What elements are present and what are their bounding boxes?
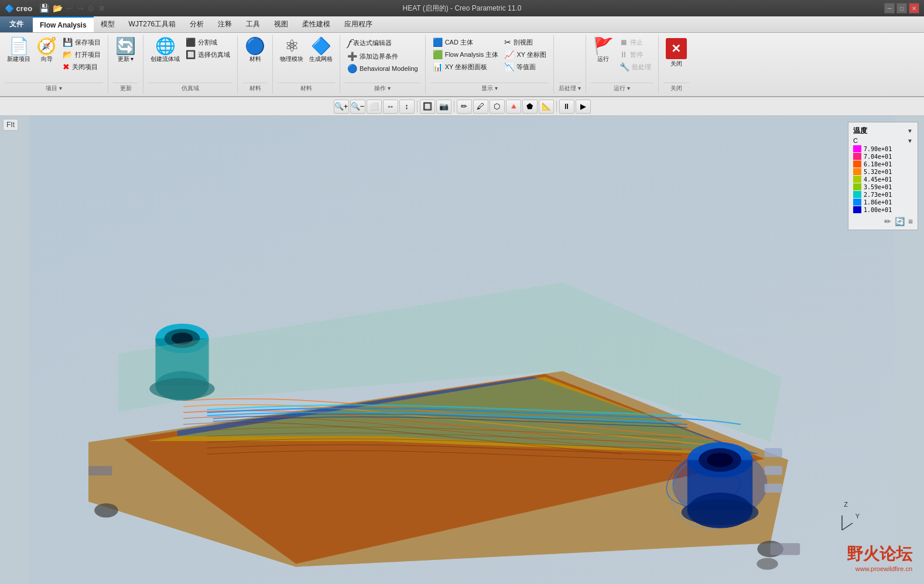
legend-color-swatch <box>853 168 861 175</box>
creo-logo: 🔷 creo <box>5 4 32 13</box>
ribbon-btn-pause[interactable]: ⏸ 暂停 <box>617 49 653 60</box>
ribbon-btn-split-zone[interactable]: ⬛ 分割域 <box>183 36 232 48</box>
ribbon-group-simzone-label: 仿真域 <box>148 83 232 93</box>
menu-view[interactable]: 视图 <box>267 16 295 32</box>
qat-settings[interactable]: ⚙ <box>86 4 96 13</box>
run-icon: 🚩 <box>593 38 614 54</box>
tb-diamond[interactable]: ⬟ <box>522 100 538 114</box>
ribbon-btn-select-simzone[interactable]: 🔲 选择仿真域 <box>183 49 232 60</box>
menu-flexible[interactable]: 柔性建模 <box>295 16 337 32</box>
ribbon-group-operations-items: 𝑓 表达式编辑器 ➕ 添加边界条件 🔵 Behavioral Modeling <box>345 36 420 83</box>
ribbon-group-project-label: 项目 ▾ <box>5 83 103 93</box>
ribbon-group-run-items: 🚩 运行 ⏹ 停止 ⏸ 暂停 🔧 批处理 <box>591 36 653 83</box>
qat-undo[interactable]: ↩ <box>65 4 74 13</box>
xy-plot-label: XY 坐标图 <box>516 50 546 59</box>
tb-frame[interactable]: 🔲 <box>420 100 435 114</box>
ribbon-btn-add-bc[interactable]: ➕ 添加边界条件 <box>345 50 420 62</box>
ribbon-group-materials-label: 材料 <box>242 83 268 93</box>
tb-zoom-fit[interactable]: ⬜ <box>367 100 382 114</box>
menu-annotate[interactable]: 注释 <box>211 16 239 32</box>
ribbon-btn-close-project[interactable]: ✖ 关闭项目 <box>60 61 103 73</box>
menu-wjt276[interactable]: WJT276工具箱 <box>122 16 183 32</box>
legend-unit-dropdown[interactable]: ▼ <box>907 138 913 144</box>
ribbon-btn-cad-body[interactable]: 🟦 CAD 主体 <box>430 36 501 48</box>
window-controls[interactable]: ─ □ ✕ <box>884 3 919 13</box>
split-zone-label: 分割域 <box>198 38 217 47</box>
ribbon-btn-save-project[interactable]: 💾 保存项目 <box>60 36 103 48</box>
legend-refresh-icon[interactable]: 🔄 <box>895 217 905 226</box>
qat-save[interactable]: 💾 <box>38 4 50 13</box>
menu-apps[interactable]: 应用程序 <box>337 16 379 32</box>
guide-label: 向导 <box>41 56 53 63</box>
ribbon-btn-isosurface[interactable]: 📉 等值面 <box>502 61 549 73</box>
tb-pan-left[interactable]: ↔ <box>383 100 398 114</box>
cad-body-icon: 🟦 <box>433 37 443 47</box>
tb-pan-right[interactable]: ↕ <box>399 100 415 114</box>
xy-plot-icon: 📈 <box>504 50 514 59</box>
ribbon-btn-xy-plot[interactable]: 📈 XY 坐标图 <box>502 49 549 60</box>
ribbon-btn-open-project[interactable]: 📂 打开项目 <box>60 49 103 60</box>
ribbon-btn-create-fluid[interactable]: 🌐 创建流体域 <box>148 36 182 64</box>
legend-color-swatch <box>853 199 861 206</box>
legend-row: 6.18e+01 <box>853 160 913 168</box>
ribbon-btn-run[interactable]: 🚩 运行 <box>591 36 616 64</box>
legend-row: 2.73e+01 <box>853 191 913 198</box>
materials-icon: 🔵 <box>245 38 265 54</box>
tb-ruler[interactable]: 📐 <box>539 100 554 114</box>
ribbon-btn-expr-editor[interactable]: 𝑓 表达式编辑器 <box>345 36 420 50</box>
legend-icons: ✏ 🔄 ≡ <box>853 217 913 226</box>
ribbon-btn-update[interactable]: 🔄 更新 ▾ <box>113 36 138 64</box>
ribbon-btn-physics[interactable]: ⚛ 物理模块 <box>278 36 306 64</box>
ribbon-btn-close[interactable]: ✕ 关闭 <box>663 36 689 69</box>
viewport[interactable]: 温度 ▼ C ▼ 7.90e+01 7.04e+01 6.18e+01 5.32… <box>0 116 924 584</box>
legend-value-text: 3.59e+01 <box>864 184 892 190</box>
close-label: 关闭 <box>670 60 682 67</box>
minimize-button[interactable]: ─ <box>884 3 895 13</box>
ribbon-btn-batch[interactable]: 🔧 批处理 <box>617 61 653 73</box>
svg-rect-22 <box>764 484 782 493</box>
legend-title-dropdown[interactable]: ▼ <box>907 128 913 134</box>
ribbon-btn-flow-body[interactable]: 🟩 Flow Analysis 主体 <box>430 49 501 60</box>
tb-zoom-in[interactable]: 🔍+ <box>334 100 349 114</box>
tb-pen[interactable]: 🖊 <box>473 100 488 114</box>
ribbon-btn-new-project[interactable]: 📄 新建项目 <box>5 36 33 64</box>
qat-close[interactable]: ✖ <box>97 4 107 13</box>
ribbon-group-close-items: ✕ 关闭 <box>663 36 689 83</box>
legend-menu-icon[interactable]: ≡ <box>908 217 913 226</box>
ribbon-btn-materials[interactable]: 🔵 材料 <box>242 36 268 64</box>
qat-redo[interactable]: ↪ <box>76 4 85 13</box>
tb-triangle[interactable]: 🔺 <box>506 100 521 114</box>
menu-file[interactable]: 文件 <box>0 16 33 32</box>
tb-camera[interactable]: 📷 <box>436 100 451 114</box>
ribbon-group-simzone: 🌐 创建流体域 ⬛ 分割域 🔲 选择仿真域 仿真域 <box>143 35 238 94</box>
close-button[interactable]: ✕ <box>909 3 919 13</box>
ribbon-btn-mesh[interactable]: 🔷 生成网格 <box>307 36 335 64</box>
quick-access-toolbar[interactable]: 💾 📂 ↩ ↪ ⚙ ✖ <box>36 4 109 13</box>
legend-value-text: 7.90e+01 <box>864 146 892 152</box>
maximize-button[interactable]: □ <box>896 3 907 13</box>
qat-open[interactable]: 📂 <box>52 4 64 13</box>
open-project-icon: 📂 <box>63 50 73 59</box>
ribbon-btn-guide[interactable]: 🧭 向导 <box>34 36 59 64</box>
menu-analysis[interactable]: 分析 <box>183 16 211 32</box>
legend-color-swatch <box>853 145 861 152</box>
tb-zoom-out[interactable]: 🔍− <box>350 100 365 114</box>
save-project-icon: 💾 <box>63 37 73 47</box>
legend-pencil-icon[interactable]: ✏ <box>884 217 891 226</box>
menu-model[interactable]: 模型 <box>94 16 122 32</box>
ribbon-btn-stop[interactable]: ⏹ 停止 <box>617 36 653 48</box>
section-view-icon: ✂ <box>504 37 511 47</box>
ribbon-btn-xy-panel[interactable]: 📊 XY 坐标图面板 <box>430 61 501 73</box>
ribbon-btn-section-view[interactable]: ✂ 剖视图 <box>502 36 549 48</box>
run-label: 运行 <box>597 56 609 63</box>
legend-color-swatch <box>853 206 861 213</box>
ribbon-btn-behavioral[interactable]: 🔵 Behavioral Modeling <box>345 63 420 74</box>
title-left: 🔷 creo 💾 📂 ↩ ↪ ⚙ ✖ <box>5 4 109 13</box>
menu-flow-analysis[interactable]: Flow Analysis <box>33 16 94 32</box>
menu-tools[interactable]: 工具 <box>239 16 267 32</box>
tb-hex[interactable]: ⬡ <box>490 100 505 114</box>
tb-play[interactable]: ▶ <box>576 100 591 114</box>
tb-pause-view[interactable]: ⏸ <box>559 100 574 114</box>
tb-draw[interactable]: ✏ <box>457 100 472 114</box>
legend-value-text: 1.00e+01 <box>864 207 892 213</box>
